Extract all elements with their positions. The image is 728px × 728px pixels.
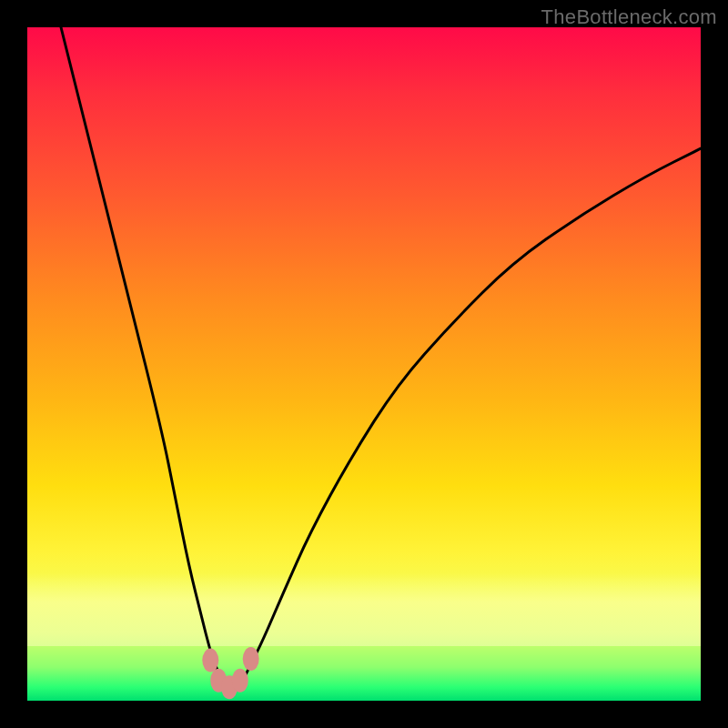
trough-pt-4 [232,669,248,693]
trough-pt-5 [243,647,259,671]
curve-layer [27,27,701,701]
plot-area [27,27,701,701]
watermark-text: TheBottleneck.com [541,5,717,29]
trough-pt-1 [202,649,218,672]
bottleneck-curve [61,27,701,687]
chart-frame: TheBottleneck.com [0,0,728,728]
trough-markers [202,647,258,699]
